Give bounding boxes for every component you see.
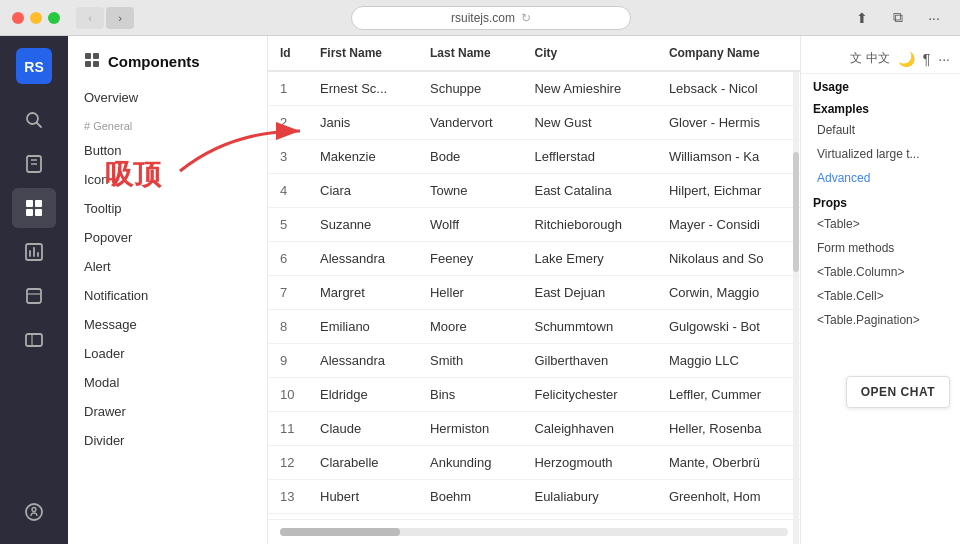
nav-item-modal[interactable]: Modal	[68, 368, 267, 397]
cell-company: Lebsack - Nicol	[657, 71, 800, 106]
col-last-name: Last Name	[418, 36, 522, 71]
cell-first-name: Ciara	[308, 174, 418, 208]
cell-last-name: Smith	[418, 344, 522, 378]
table-row: 3 Makenzie Bode Lefflerstad Williamson -…	[268, 140, 800, 174]
right-panel-item[interactable]: Advanced	[801, 166, 960, 190]
nav-item-tooltip[interactable]: Tooltip	[68, 194, 267, 223]
cell-city: Ritchieborough	[522, 208, 656, 242]
window-icon[interactable]: ⧉	[884, 7, 912, 29]
cell-id: 13	[268, 480, 308, 514]
right-panel-section-label: Examples	[801, 96, 960, 118]
nav-item-icon[interactable]: Icon	[68, 165, 267, 194]
cell-company: Mayer - Considi	[657, 208, 800, 242]
nav-item-overview[interactable]: Overview	[68, 83, 267, 112]
cell-last-name: Towne	[418, 174, 522, 208]
more-options-icon[interactable]: ···	[938, 51, 950, 67]
table-header-row: Id First Name Last Name City Company Nam…	[268, 36, 800, 71]
share-icon[interactable]: ⬆	[848, 7, 876, 29]
more-icon[interactable]: ···	[920, 7, 948, 29]
cell-id: 9	[268, 344, 308, 378]
right-panel-item[interactable]: Default	[801, 118, 960, 142]
cell-last-name: Boehm	[418, 480, 522, 514]
sidebar-item-github[interactable]	[12, 492, 56, 532]
cell-company: Greenholt, Hom	[657, 480, 800, 514]
cell-first-name: Suzanne	[308, 208, 418, 242]
paragraph-icon[interactable]: ¶	[923, 51, 931, 67]
cell-last-name: Heller	[418, 276, 522, 310]
cell-last-name: Moore	[418, 310, 522, 344]
back-button[interactable]: ‹	[76, 7, 104, 29]
sidebar-item-components[interactable]	[12, 188, 56, 228]
cell-city: Lefflerstad	[522, 140, 656, 174]
table-row: 13 Hubert Boehm Eulaliabury Greenholt, H…	[268, 480, 800, 514]
right-panel-section: Usage	[801, 74, 960, 96]
cell-company: Heller, Rosenba	[657, 412, 800, 446]
scrollbar-thumb	[280, 528, 400, 536]
cell-company: Mante, Oberbrü	[657, 446, 800, 480]
svg-rect-7	[26, 200, 33, 207]
nav-item-loader[interactable]: Loader	[68, 339, 267, 368]
cell-first-name: Ernest Sc...	[308, 71, 418, 106]
right-panel-item[interactable]: Form methods	[801, 236, 960, 260]
close-button[interactable]	[12, 12, 24, 24]
cell-last-name: Wolff	[418, 208, 522, 242]
nav-sidebar-title: Components	[68, 48, 267, 83]
cell-city: Eulaliabury	[522, 480, 656, 514]
right-panel-section-label: Usage	[801, 74, 960, 96]
cell-first-name: Makenzie	[308, 140, 418, 174]
svg-rect-17	[26, 334, 42, 346]
sidebar-item-book[interactable]	[12, 144, 56, 184]
sidebar-item-panel[interactable]	[12, 320, 56, 360]
cell-first-name: Emiliano	[308, 310, 418, 344]
table-wrapper[interactable]: Id First Name Last Name City Company Nam…	[268, 36, 800, 519]
cell-company: Leffler, Cummer	[657, 378, 800, 412]
cell-first-name: Clarabelle	[308, 446, 418, 480]
sidebar-item-search[interactable]	[12, 100, 56, 140]
cell-city: Felicitychester	[522, 378, 656, 412]
svg-rect-22	[93, 53, 99, 59]
nav-item-popover[interactable]: Popover	[68, 223, 267, 252]
cell-city: Lake Emery	[522, 242, 656, 276]
cell-company: Glover - Hermis	[657, 106, 800, 140]
nav-item-notification[interactable]: Notification	[68, 281, 267, 310]
cell-id: 10	[268, 378, 308, 412]
dark-mode-icon[interactable]: 🌙	[898, 51, 915, 67]
cell-first-name: Janis	[308, 106, 418, 140]
open-chat-button[interactable]: OPEN CHAT	[846, 376, 950, 408]
language-icon[interactable]: 文 中文	[850, 50, 889, 67]
cell-id: 12	[268, 446, 308, 480]
cell-first-name: Hubert	[308, 480, 418, 514]
cell-city: East Catalina	[522, 174, 656, 208]
svg-rect-9	[26, 209, 33, 216]
svg-rect-8	[35, 200, 42, 207]
cell-city: New Amieshire	[522, 71, 656, 106]
horizontal-scrollbar[interactable]	[280, 528, 788, 536]
right-panel-item[interactable]: <Table>	[801, 212, 960, 236]
reload-icon: ↻	[521, 11, 531, 25]
nav-item-drawer[interactable]: Drawer	[68, 397, 267, 426]
maximize-button[interactable]	[48, 12, 60, 24]
right-panel-item[interactable]: <Table.Cell>	[801, 284, 960, 308]
table-body: 1 Ernest Sc... Schuppe New Amieshire Leb…	[268, 71, 800, 514]
cell-last-name: Hermiston	[418, 412, 522, 446]
table-row: 9 Alessandra Smith Gilberthaven Maggio L…	[268, 344, 800, 378]
titlebar: ‹ › rsuitejs.com ↻ ⬆ ⧉ ···	[0, 0, 960, 36]
right-panel-section: Props<Table>Form methods<Table.Column><T…	[801, 190, 960, 332]
sidebar-item-box[interactable]	[12, 276, 56, 316]
nav-item-alert[interactable]: Alert	[68, 252, 267, 281]
cell-city: Caleighhaven	[522, 412, 656, 446]
nav-item-divider[interactable]: Divider	[68, 426, 267, 455]
cell-company: Hilpert, Eichmar	[657, 174, 800, 208]
forward-button[interactable]: ›	[106, 7, 134, 29]
sidebar-item-chart[interactable]	[12, 232, 56, 272]
cell-id: 7	[268, 276, 308, 310]
right-panel-item[interactable]: <Table.Column>	[801, 260, 960, 284]
right-panel-item[interactable]: <Table.Pagination>	[801, 308, 960, 332]
url-bar[interactable]: rsuitejs.com ↻	[351, 6, 631, 30]
right-panel-item[interactable]: Virtualized large t...	[801, 142, 960, 166]
minimize-button[interactable]	[30, 12, 42, 24]
nav-item-message[interactable]: Message	[68, 310, 267, 339]
svg-rect-24	[93, 61, 99, 67]
svg-rect-21	[85, 53, 91, 59]
nav-item-button[interactable]: Button	[68, 136, 267, 165]
